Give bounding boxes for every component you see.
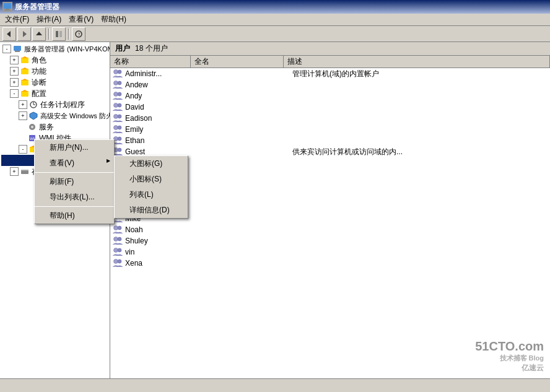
ctx-view[interactable]: 查看(V) 大图标(G) 小图标(S) 列表(L) 详细信息(D) xyxy=(35,155,114,171)
ctx-help[interactable]: 帮助(H) xyxy=(35,208,114,224)
svg-rect-16 xyxy=(21,80,28,85)
sidebar-item-config[interactable]: - 配置 xyxy=(1,88,108,99)
svg-point-47 xyxy=(118,137,121,141)
svg-rect-14 xyxy=(21,69,28,74)
svg-point-62 xyxy=(114,226,118,230)
app-icon xyxy=(2,2,12,12)
svg-point-39 xyxy=(118,92,121,96)
toolbar-sep-2 xyxy=(68,28,69,40)
table-row[interactable]: Shuley xyxy=(110,235,550,246)
menu-view[interactable]: 查看(V) xyxy=(65,13,97,26)
sidebar-services-label: 服务 xyxy=(39,122,54,133)
ctx-detail[interactable]: 详细信息(D) xyxy=(115,203,188,218)
menu-bar: 文件(F) 操作(A) 查看(V) 帮助(H) xyxy=(0,14,550,26)
ctx-new-user[interactable]: 新用户(N)... xyxy=(35,140,114,155)
show-action-pane-button[interactable] xyxy=(52,27,66,41)
table-row[interactable]: Andew xyxy=(110,79,550,90)
svg-rect-11 xyxy=(15,51,20,52)
user-avatar xyxy=(113,258,123,268)
ctx-large-icons[interactable]: 大图标(G) xyxy=(115,156,188,172)
sidebar-item-services[interactable]: 服务 xyxy=(1,121,108,133)
sidebar-root-label: 服务器管理器 (WIN-VP4KOMGQQ9 xyxy=(24,45,110,54)
table-row[interactable]: vin xyxy=(110,246,550,258)
sidebar-item-firewall[interactable]: + 高级安全 Windows 防火 xyxy=(1,110,108,121)
svg-marker-19 xyxy=(21,90,28,92)
expand-localusers[interactable]: - xyxy=(19,145,27,154)
watermark-tagline2: 亿速云 xyxy=(475,363,544,373)
expand-root[interactable]: - xyxy=(2,45,11,53)
svg-marker-4 xyxy=(23,31,27,37)
svg-point-43 xyxy=(118,115,121,118)
up-button[interactable] xyxy=(32,27,46,41)
col-name[interactable]: 名称 xyxy=(110,56,191,68)
task-icon xyxy=(28,100,38,110)
table-row[interactable]: Andy xyxy=(110,90,550,102)
table-row[interactable]: Noah xyxy=(110,224,550,235)
user-avatar xyxy=(113,124,123,134)
server-icon xyxy=(12,44,22,54)
sidebar-taskscheduler-label: 任务计划程序 xyxy=(40,100,85,110)
sidebar-item-features[interactable]: + 功能 xyxy=(1,66,108,77)
expand-roles[interactable]: + xyxy=(10,56,19,64)
user-name: Guest xyxy=(125,147,199,156)
sidebar-item-taskscheduler[interactable]: + 任务计划程序 xyxy=(1,99,108,110)
menu-file[interactable]: 文件(F) xyxy=(1,13,33,26)
table-row[interactable]: Eadison xyxy=(110,113,550,124)
sidebar-item-roles[interactable]: + 角色 xyxy=(1,54,108,66)
svg-rect-33 xyxy=(21,170,28,171)
col-desc[interactable]: 描述 xyxy=(284,56,550,68)
svg-marker-13 xyxy=(21,56,28,58)
user-avatar xyxy=(113,113,123,123)
sidebar-item-root[interactable]: - 服务器管理器 (WIN-VP4KOMGQQ9 xyxy=(1,43,108,54)
table-row[interactable]: Xena xyxy=(110,258,550,269)
table-row[interactable]: Ethan xyxy=(110,135,550,146)
ctx-refresh[interactable]: 刷新(F) xyxy=(35,174,114,189)
svg-point-69 xyxy=(118,259,121,263)
svg-rect-7 xyxy=(59,31,62,37)
help-toolbar-button[interactable]: ? xyxy=(72,27,85,41)
expand-storage[interactable]: + xyxy=(10,167,19,176)
sidebar-item-diagnostics[interactable]: + 诊断 xyxy=(1,77,108,88)
user-avatar xyxy=(113,225,123,235)
user-avatar xyxy=(113,247,123,257)
user-avatar xyxy=(113,236,123,246)
expand-features[interactable]: + xyxy=(10,67,19,76)
svg-point-65 xyxy=(118,237,121,241)
expand-firewall[interactable]: + xyxy=(19,111,27,120)
table-row[interactable]: Emily xyxy=(110,124,550,135)
expand-config[interactable]: - xyxy=(10,89,19,98)
svg-point-63 xyxy=(118,226,121,230)
menu-action[interactable]: 操作(A) xyxy=(33,13,65,26)
ctx-small-icons[interactable]: 小图标(S) xyxy=(115,172,188,187)
menu-help[interactable]: 帮助(H) xyxy=(97,13,130,26)
ctx-list[interactable]: 列表(L) xyxy=(115,187,188,203)
svg-text:?: ? xyxy=(78,32,81,37)
svg-point-67 xyxy=(118,248,121,252)
storage-icon xyxy=(20,167,30,176)
back-button[interactable] xyxy=(2,27,16,41)
svg-point-36 xyxy=(114,81,118,85)
user-name: Emily xyxy=(125,125,199,134)
expand-taskscheduler[interactable]: + xyxy=(19,100,27,109)
col-fullname[interactable]: 全名 xyxy=(191,56,284,68)
table-row[interactable]: Administr... 管理计算机(域)的内置帐户 xyxy=(110,68,550,79)
context-menu: 新用户(N)... 查看(V) 大图标(G) 小图标(S) 列表(L) 详细信息… xyxy=(34,139,115,224)
expand-diagnostics[interactable]: + xyxy=(10,78,19,87)
user-name: vin xyxy=(125,248,199,256)
svg-point-64 xyxy=(114,237,118,242)
toolbar-sep-1 xyxy=(48,28,50,40)
table-row[interactable]: David xyxy=(110,102,550,113)
svg-point-42 xyxy=(114,115,118,119)
ctx-view-submenu: 大图标(G) 小图标(S) 列表(L) 详细信息(D) xyxy=(114,155,188,219)
shield-icon xyxy=(28,111,38,121)
ctx-export[interactable]: 导出列表(L)... xyxy=(35,189,114,205)
watermark-site: 51CTO.com xyxy=(475,339,544,354)
forward-button[interactable] xyxy=(17,27,31,41)
sidebar-config-label: 配置 xyxy=(32,89,46,99)
user-name: Xena xyxy=(125,259,199,268)
svg-marker-3 xyxy=(7,31,11,37)
svg-point-44 xyxy=(114,126,118,130)
svg-marker-5 xyxy=(36,32,42,35)
title-bar: 服务器管理器 xyxy=(0,0,550,14)
watermark-tagline1: 技术捕客 Blog xyxy=(475,354,544,363)
